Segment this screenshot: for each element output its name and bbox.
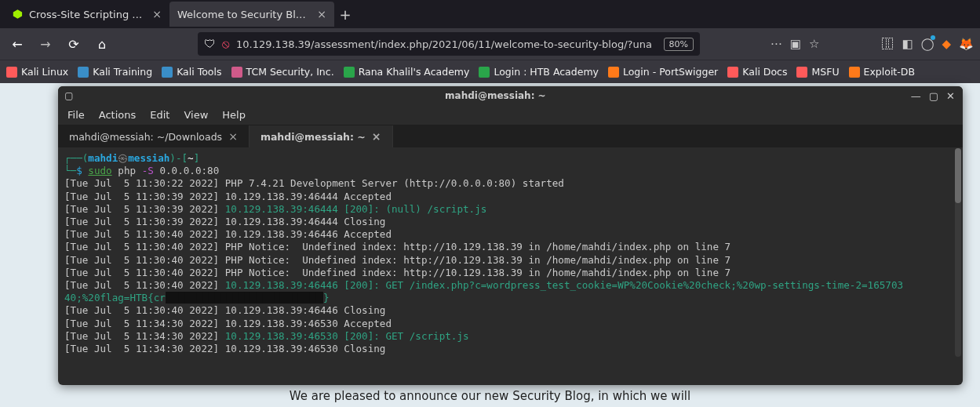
close-icon[interactable]: × bbox=[152, 8, 162, 20]
close-icon[interactable]: × bbox=[317, 8, 326, 20]
bookmark-item[interactable]: Exploit-DB bbox=[849, 66, 915, 78]
sidebar-icon[interactable]: ◧ bbox=[902, 37, 913, 51]
bookmark-label: TCM Security, Inc. bbox=[246, 66, 334, 78]
url-text: 10.129.138.39/assessment/index.php/2021/… bbox=[236, 38, 653, 50]
bookmark-favicon bbox=[849, 67, 860, 78]
bookmark-favicon bbox=[608, 67, 619, 78]
minimize-icon[interactable]: — bbox=[911, 90, 921, 102]
zoom-indicator[interactable]: 80% bbox=[664, 38, 694, 51]
svg-rect-10 bbox=[849, 67, 860, 78]
back-button[interactable]: ← bbox=[6, 33, 28, 55]
bookmark-item[interactable]: Login - PortSwigger bbox=[608, 66, 718, 78]
scrollbar-thumb[interactable] bbox=[955, 148, 961, 203]
svg-rect-2 bbox=[78, 67, 89, 78]
reload-button[interactable]: ⟳ bbox=[63, 33, 85, 55]
terminal-tab-label: mahdi@messiah: ~ bbox=[260, 131, 366, 143]
svg-rect-4 bbox=[231, 67, 242, 78]
browser-tab-label: Cross-Site Scripting (XSS bbox=[29, 9, 146, 20]
foxyproxy-icon[interactable]: 🦊 bbox=[959, 37, 974, 51]
svg-rect-8 bbox=[727, 67, 738, 78]
bookmark-favicon bbox=[231, 67, 242, 78]
bookmark-label: Kali Docs bbox=[742, 66, 787, 78]
bookmark-item[interactable]: Kali Training bbox=[78, 66, 152, 78]
svg-rect-7 bbox=[608, 67, 619, 78]
bookmark-label: Kali Tools bbox=[177, 66, 221, 78]
shield-icon: 🛡 bbox=[204, 37, 216, 51]
bookmark-favicon bbox=[78, 67, 89, 78]
svg-rect-6 bbox=[479, 67, 490, 78]
terminal-menu-item[interactable]: View bbox=[184, 109, 208, 121]
svg-marker-0 bbox=[13, 9, 22, 18]
terminal-body[interactable]: ┌──(mahdi㉿messiah)-[~] └─$ sudo php -S 0… bbox=[58, 147, 963, 360]
svg-rect-5 bbox=[344, 67, 355, 78]
svg-rect-1 bbox=[6, 67, 17, 78]
burp-icon[interactable]: ◆ bbox=[942, 37, 951, 51]
meatball-menu-icon[interactable]: ⋯ bbox=[771, 37, 782, 51]
browser-toolbar: ← → ⟳ ⌂ 🛡 ⦸ 10.129.138.39/assessment/ind… bbox=[0, 28, 980, 60]
terminal-titlebar[interactable]: ▢ mahdi@messiah: ~ — ▢ ✕ bbox=[58, 86, 963, 105]
home-button[interactable]: ⌂ bbox=[91, 33, 113, 55]
svg-rect-9 bbox=[796, 67, 807, 78]
bookmark-item[interactable]: MSFU bbox=[796, 66, 839, 78]
reader-icon[interactable]: ▣ bbox=[790, 37, 801, 51]
browser-tab-label: Welcome to Security Blog – bbox=[177, 9, 311, 20]
terminal-tab-label: mahdi@messiah: ~/Downloads bbox=[69, 131, 222, 143]
htb-favicon bbox=[13, 9, 23, 20]
terminal-menu-item[interactable]: Edit bbox=[150, 109, 169, 121]
bookmark-favicon bbox=[162, 67, 173, 78]
bookmark-favicon bbox=[6, 67, 17, 78]
bookmark-favicon bbox=[479, 67, 490, 78]
maximize-icon[interactable]: ▢ bbox=[929, 90, 938, 102]
toolbar-right: ⋯ ▣ ☆ ⿲ ◧ ◯ ◆ 🦊 bbox=[771, 37, 974, 51]
terminal-window: ▢ mahdi@messiah: ~ — ▢ ✕ FileActionsEdit… bbox=[58, 86, 963, 385]
bookmark-favicon bbox=[727, 67, 738, 78]
bookmark-label: Kali Training bbox=[93, 66, 152, 78]
bookmark-label: Login - PortSwigger bbox=[623, 66, 718, 78]
bookmark-favicon bbox=[344, 67, 355, 78]
bookmark-item[interactable]: Kali Linux bbox=[6, 66, 68, 78]
browser-tab[interactable]: Cross-Site Scripting (XSS × bbox=[5, 2, 169, 27]
forward-button: → bbox=[35, 33, 56, 55]
bookmark-label: Rana Khalil's Academy bbox=[359, 66, 470, 78]
new-tab-button[interactable]: + bbox=[334, 6, 356, 23]
terminal-menu-item[interactable]: File bbox=[67, 109, 85, 121]
bookmark-label: Kali Linux bbox=[21, 66, 68, 78]
close-icon[interactable]: × bbox=[372, 130, 381, 143]
browser-tab[interactable]: Welcome to Security Blog – × bbox=[169, 2, 334, 27]
bookmark-item[interactable]: TCM Security, Inc. bbox=[231, 66, 334, 78]
page-viewport: SECURITY BLOG Welcome to Security Blog W… bbox=[0, 83, 980, 407]
bookmark-favicon bbox=[796, 67, 807, 78]
bookmark-star-icon[interactable]: ☆ bbox=[809, 37, 819, 51]
browser-tab-strip: Cross-Site Scripting (XSS × Welcome to S… bbox=[0, 0, 980, 28]
terminal-tab[interactable]: mahdi@messiah: ~/Downloads × bbox=[58, 125, 250, 147]
terminal-app-icon: ▢ bbox=[58, 90, 80, 101]
svg-rect-3 bbox=[162, 67, 173, 78]
insecure-icon: ⦸ bbox=[222, 37, 230, 51]
url-bar[interactable]: 🛡 ⦸ 10.129.138.39/assessment/index.php/2… bbox=[198, 32, 700, 56]
library-icon[interactable]: ⿲ bbox=[882, 37, 894, 51]
bookmark-label: MSFU bbox=[811, 66, 839, 78]
close-icon[interactable]: × bbox=[228, 130, 238, 143]
bookmark-item[interactable]: Rana Khalil's Academy bbox=[344, 66, 470, 78]
bookmarks-bar: Kali LinuxKali TrainingKali ToolsTCM Sec… bbox=[0, 60, 980, 83]
terminal-menu-item[interactable]: Help bbox=[222, 109, 246, 121]
account-icon[interactable]: ◯ bbox=[921, 37, 934, 51]
bookmark-item[interactable]: Kali Docs bbox=[727, 66, 787, 78]
window-close-icon[interactable]: ✕ bbox=[946, 90, 955, 102]
terminal-menubar: FileActionsEditViewHelp bbox=[58, 105, 963, 125]
terminal-menu-item[interactable]: Actions bbox=[99, 109, 137, 121]
bookmark-label: Login : HTB Academy bbox=[494, 66, 599, 78]
page-body-text: We are pleased to announce our new Secur… bbox=[290, 389, 690, 403]
terminal-tab[interactable]: mahdi@messiah: ~ × bbox=[250, 125, 393, 147]
bookmark-item[interactable]: Login : HTB Academy bbox=[479, 66, 599, 78]
terminal-title: mahdi@messiah: ~ bbox=[80, 90, 911, 101]
bookmark-item[interactable]: Kali Tools bbox=[162, 66, 221, 78]
terminal-tabs: mahdi@messiah: ~/Downloads × mahdi@messi… bbox=[58, 125, 963, 147]
bookmark-label: Exploit-DB bbox=[864, 66, 915, 78]
